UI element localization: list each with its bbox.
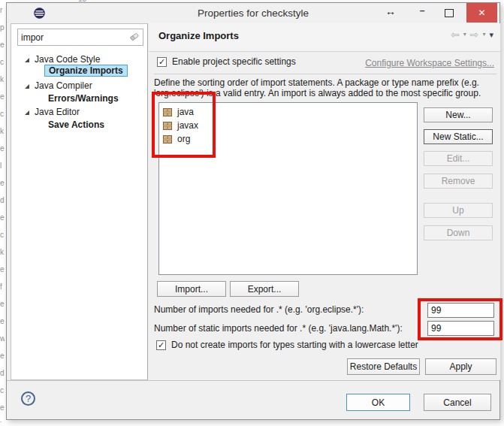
history-navigation: ⇦ ▾ ⇨ ▾ ▾ (451, 29, 493, 40)
package-icon (163, 107, 173, 117)
number-static-imports-label: Number of static imports needed for .* (… (154, 323, 403, 334)
expand-icon[interactable] (25, 84, 29, 89)
lowercase-imports-label: Do not create imports for types starting… (171, 340, 418, 350)
screen: r p e ck e ck e le d e ck e f e e w e d … (0, 0, 504, 426)
configure-workspace-settings-link[interactable]: Configure Workspace Settings... (365, 58, 494, 68)
maximize-button[interactable] (439, 3, 459, 23)
tree-item-java-compiler[interactable]: Java Compiler (11, 80, 146, 93)
title-bar[interactable]: Properties for checkstyle ↔ – ✕ (7, 3, 499, 23)
tree-item-label: Java Compiler (35, 80, 92, 91)
number-imports-field[interactable] (427, 303, 494, 318)
divider (154, 74, 496, 74)
dialog-footer: ? OK Cancel (7, 380, 499, 421)
enable-project-settings-label: Enable project specific settings (172, 56, 296, 67)
enable-project-settings-row: ✓ Enable project specific settings (157, 56, 296, 67)
maximize-icon (445, 9, 454, 17)
help-button[interactable]: ? (21, 391, 35, 406)
tree-item-label: Java Editor (35, 107, 80, 117)
clear-filter-icon[interactable] (129, 32, 140, 44)
ok-button[interactable]: OK (346, 394, 410, 411)
page-header: Organize Imports ⇦ ▾ ⇨ ▾ ▾ (149, 23, 500, 52)
lowercase-imports-row: ✓ Do not create imports for types starti… (156, 340, 418, 350)
apply-button[interactable]: Apply (425, 358, 496, 375)
forward-arrow-icon[interactable]: ⇨ (470, 29, 479, 40)
package-icon (163, 134, 173, 144)
list-item-label: javax (177, 120, 198, 131)
organize-imports-page: Organize Imports ⇦ ▾ ⇨ ▾ ▾ ✓ Enable proj… (149, 23, 500, 380)
page-description: Define the sorting order of import state… (154, 77, 498, 98)
package-icon (163, 121, 173, 131)
tree-item-organize-imports[interactable]: Organize Imports (11, 65, 146, 77)
lowercase-imports-checkbox[interactable]: ✓ (156, 340, 166, 350)
edit-button: Edit... (424, 151, 493, 166)
down-button: Down (424, 225, 493, 240)
tree-item-label: Errors/Warnings (48, 93, 119, 104)
number-imports-label: Number of imports needed for .* (e.g. 'o… (154, 304, 364, 315)
forward-dropdown-icon[interactable]: ▾ (482, 32, 485, 38)
new-static-button[interactable]: New Static... (424, 129, 493, 144)
list-item[interactable]: javax (159, 119, 417, 132)
expand-icon[interactable] (25, 110, 29, 115)
back-arrow-icon[interactable]: ⇦ (451, 29, 460, 40)
expand-icon[interactable] (25, 58, 29, 62)
remove-button: Remove (424, 174, 493, 189)
tree-item-label: Save Actions (48, 119, 104, 130)
resize-icon[interactable]: ↔ (385, 5, 396, 17)
filter-box[interactable] (17, 29, 143, 46)
restore-defaults-button[interactable]: Restore Defaults (347, 358, 420, 375)
filter-input[interactable] (18, 32, 129, 43)
import-button[interactable]: Import... (157, 281, 226, 297)
list-item[interactable]: org (159, 132, 417, 146)
tree-item-save-actions[interactable]: Save Actions (11, 119, 146, 132)
background-window-sliver: r p e ck e ck e le d e ck e f e e w e d … (0, 2, 5, 422)
enable-project-settings-checkbox[interactable]: ✓ (157, 57, 167, 67)
properties-dialog: Properties for checkstyle ↔ – ✕ (6, 2, 500, 420)
export-button[interactable]: Export... (230, 281, 299, 297)
import-order-list[interactable]: java javax org (158, 102, 418, 275)
new-button[interactable]: New... (424, 107, 493, 122)
tree-item-java-editor[interactable]: Java Editor (11, 107, 146, 119)
back-dropdown-icon[interactable]: ▾ (463, 32, 466, 38)
list-item[interactable]: java (159, 105, 417, 119)
number-static-imports-field[interactable] (427, 321, 494, 336)
list-item-label: java (177, 107, 194, 117)
preferences-sidebar: Java Code Style Organize Imports Java Co… (11, 23, 148, 380)
tree-item-label: Java Code Style (35, 54, 100, 65)
tree-item-errors-warnings[interactable]: Errors/Warnings (11, 93, 146, 106)
up-button: Up (424, 203, 493, 218)
list-item-label: org (177, 134, 190, 144)
tree-item-label: Organize Imports (44, 65, 128, 77)
cancel-button[interactable]: Cancel (424, 394, 491, 411)
minimize-button[interactable]: – (412, 3, 432, 23)
view-menu-icon[interactable]: ▾ (489, 31, 493, 39)
close-button[interactable]: ✕ (466, 3, 497, 23)
page-title: Organize Imports (158, 30, 239, 41)
